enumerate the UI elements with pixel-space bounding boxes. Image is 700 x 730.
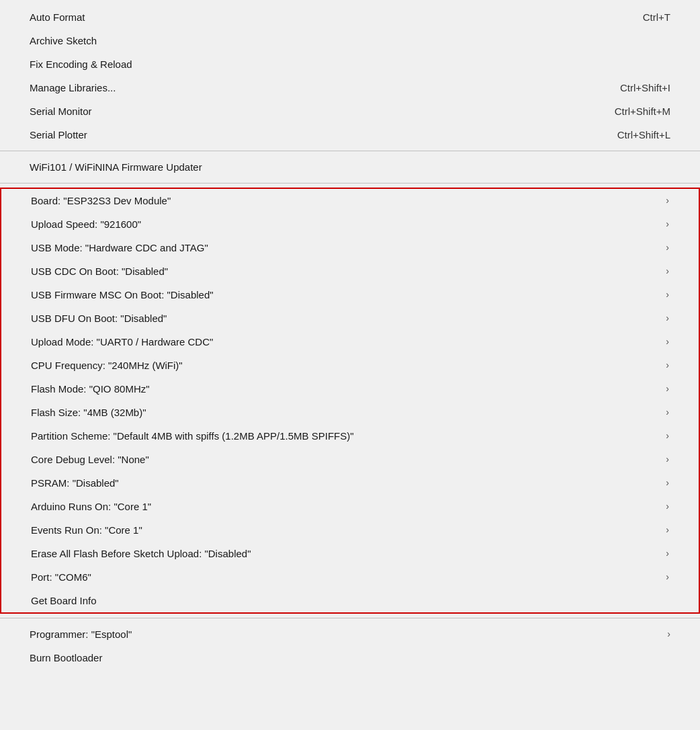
board-label: Board: "ESP32S3 Dev Module" xyxy=(31,194,652,208)
menu-item-events-run[interactable]: Events Run On: "Core 1" › xyxy=(1,518,699,542)
usb-dfu-boot-label: USB DFU On Boot: "Disabled" xyxy=(31,311,652,325)
wifi-updater-label: WiFi101 / WiFiNINA Firmware Updater xyxy=(30,160,670,174)
usb-firmware-msc-arrow: › xyxy=(666,288,669,302)
menu-item-upload-speed[interactable]: Upload Speed: "921600" › xyxy=(1,212,699,236)
burn-bootloader-label: Burn Bootloader xyxy=(30,651,670,665)
usb-dfu-boot-arrow: › xyxy=(666,312,669,325)
menu-item-usb-cdc-boot[interactable]: USB CDC On Boot: "Disabled" › xyxy=(1,259,699,283)
menu-item-burn-bootloader[interactable]: Burn Bootloader xyxy=(0,646,700,670)
menu-item-get-board-info[interactable]: Get Board Info xyxy=(1,589,699,612)
divider-3 xyxy=(0,618,700,618)
serial-plotter-shortcut: Ctrl+Shift+L xyxy=(617,128,670,142)
usb-firmware-msc-label: USB Firmware MSC On Boot: "Disabled" xyxy=(31,288,652,302)
flash-size-arrow: › xyxy=(666,406,669,419)
menu-item-archive-sketch[interactable]: Archive Sketch xyxy=(0,29,700,52)
psram-label: PSRAM: "Disabled" xyxy=(31,476,652,490)
serial-plotter-label: Serial Plotter xyxy=(30,128,590,142)
menu-item-auto-format[interactable]: Auto Format Ctrl+T xyxy=(0,5,700,29)
menu-container: Auto Format Ctrl+T Archive Sketch Fix En… xyxy=(0,0,700,675)
menu-item-flash-mode[interactable]: Flash Mode: "QIO 80MHz" › xyxy=(1,377,699,401)
menu-item-upload-mode[interactable]: Upload Mode: "UART0 / Hardware CDC" › xyxy=(1,330,699,354)
usb-mode-label: USB Mode: "Hardware CDC and JTAG" xyxy=(31,241,652,255)
usb-mode-arrow: › xyxy=(666,241,669,255)
menu-item-board[interactable]: Board: "ESP32S3 Dev Module" › xyxy=(1,189,699,212)
events-run-arrow: › xyxy=(666,524,669,537)
board-arrow: › xyxy=(666,194,669,208)
menu-item-arduino-runs[interactable]: Arduino Runs On: "Core 1" › xyxy=(1,495,699,518)
serial-monitor-shortcut: Ctrl+Shift+M xyxy=(615,104,670,118)
manage-libraries-label: Manage Libraries... xyxy=(30,81,593,95)
programmer-arrow: › xyxy=(667,628,670,641)
menu-item-erase-flash[interactable]: Erase All Flash Before Sketch Upload: "D… xyxy=(1,542,699,565)
arduino-runs-label: Arduino Runs On: "Core 1" xyxy=(31,499,652,514)
core-debug-arrow: › xyxy=(666,453,669,467)
menu-item-manage-libraries[interactable]: Manage Libraries... Ctrl+Shift+I xyxy=(0,76,700,99)
upload-speed-arrow: › xyxy=(666,218,669,231)
archive-sketch-label: Archive Sketch xyxy=(30,34,670,48)
menu-item-fix-encoding[interactable]: Fix Encoding & Reload xyxy=(0,52,700,76)
fix-encoding-label: Fix Encoding & Reload xyxy=(30,57,670,71)
manage-libraries-shortcut: Ctrl+Shift+I xyxy=(620,81,670,95)
flash-mode-arrow: › xyxy=(666,382,669,396)
auto-format-shortcut: Ctrl+T xyxy=(643,10,670,24)
port-arrow: › xyxy=(666,571,669,584)
divider-2 xyxy=(0,183,700,184)
serial-monitor-label: Serial Monitor xyxy=(30,104,588,118)
cpu-freq-label: CPU Frequency: "240MHz (WiFi)" xyxy=(31,358,652,372)
arduino-runs-arrow: › xyxy=(666,500,669,514)
port-label: Port: "COM6" xyxy=(31,570,652,584)
menu-item-core-debug[interactable]: Core Debug Level: "None" › xyxy=(1,448,699,471)
menu-item-cpu-freq[interactable]: CPU Frequency: "240MHz (WiFi)" › xyxy=(1,354,699,377)
menu-item-port[interactable]: Port: "COM6" › xyxy=(1,565,699,589)
upload-speed-label: Upload Speed: "921600" xyxy=(31,217,652,231)
partition-scheme-arrow: › xyxy=(666,430,669,443)
programmer-label: Programmer: "Esptool" xyxy=(30,627,654,641)
get-board-info-label: Get Board Info xyxy=(31,594,669,608)
menu-item-serial-monitor[interactable]: Serial Monitor Ctrl+Shift+M xyxy=(0,99,700,123)
menu-item-wifi-updater[interactable]: WiFi101 / WiFiNINA Firmware Updater xyxy=(0,155,700,179)
menu-item-programmer[interactable]: Programmer: "Esptool" › xyxy=(0,622,700,646)
divider-1 xyxy=(0,151,700,151)
menu-item-flash-size[interactable]: Flash Size: "4MB (32Mb)" › xyxy=(1,401,699,424)
menu-item-usb-mode[interactable]: USB Mode: "Hardware CDC and JTAG" › xyxy=(1,236,699,259)
auto-format-label: Auto Format xyxy=(30,10,616,24)
erase-flash-arrow: › xyxy=(666,547,669,561)
usb-cdc-boot-arrow: › xyxy=(666,265,669,278)
menu-item-serial-plotter[interactable]: Serial Plotter Ctrl+Shift+L xyxy=(0,123,700,147)
core-debug-label: Core Debug Level: "None" xyxy=(31,452,652,467)
usb-cdc-boot-label: USB CDC On Boot: "Disabled" xyxy=(31,264,652,278)
upload-mode-arrow: › xyxy=(666,335,669,349)
psram-arrow: › xyxy=(666,477,669,490)
flash-size-label: Flash Size: "4MB (32Mb)" xyxy=(31,405,652,419)
menu-item-partition-scheme[interactable]: Partition Scheme: "Default 4MB with spif… xyxy=(1,424,699,448)
menu-item-usb-dfu-boot[interactable]: USB DFU On Boot: "Disabled" › xyxy=(1,307,699,330)
flash-mode-label: Flash Mode: "QIO 80MHz" xyxy=(31,382,652,396)
menu-item-psram[interactable]: PSRAM: "Disabled" › xyxy=(1,471,699,495)
upload-mode-label: Upload Mode: "UART0 / Hardware CDC" xyxy=(31,335,652,349)
events-run-label: Events Run On: "Core 1" xyxy=(31,523,652,537)
partition-scheme-label: Partition Scheme: "Default 4MB with spif… xyxy=(31,429,652,443)
cpu-freq-arrow: › xyxy=(666,359,669,372)
highlighted-section: Board: "ESP32S3 Dev Module" › Upload Spe… xyxy=(0,188,700,614)
menu-item-usb-firmware-msc[interactable]: USB Firmware MSC On Boot: "Disabled" › xyxy=(1,283,699,307)
erase-flash-label: Erase All Flash Before Sketch Upload: "D… xyxy=(31,546,652,561)
